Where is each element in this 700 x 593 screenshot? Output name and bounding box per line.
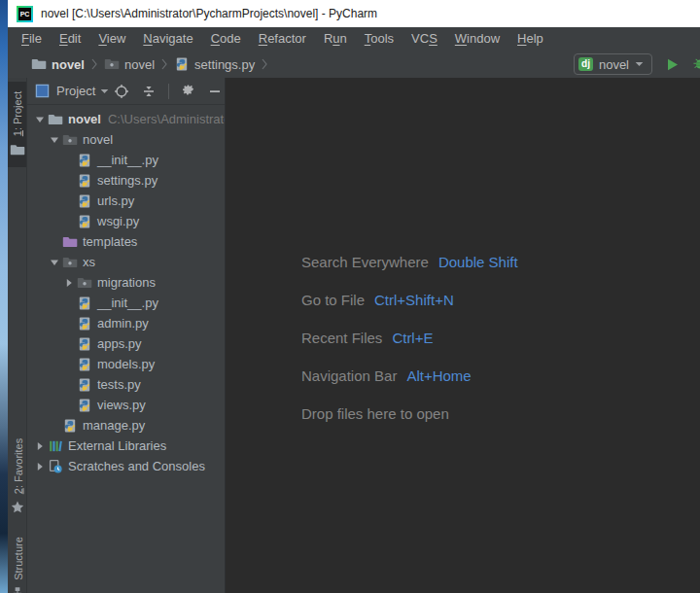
folder-icon — [31, 56, 47, 72]
tree-item-urls-py[interactable]: urls.py — [27, 191, 225, 211]
python-icon — [77, 296, 97, 311]
tree-item-views-py[interactable]: views.py — [27, 395, 225, 415]
tree-item-migrations[interactable]: migrations — [27, 272, 225, 293]
menu-file[interactable]: File — [13, 27, 51, 51]
package-folder-icon — [104, 56, 120, 72]
chevron-down-icon[interactable] — [100, 88, 109, 94]
scratches-icon — [48, 459, 68, 474]
tree-item-novel[interactable]: novelC:\Users\Administrato — [27, 109, 225, 129]
python-icon — [77, 193, 97, 209]
project-panel-title: Project — [56, 84, 95, 98]
navigation-bar: novelnovelsettings.py dj novel — [8, 51, 700, 78]
toolbutton-2-favorites[interactable]: 2: Favorites — [8, 430, 27, 522]
tree-item-models-py[interactable]: models.py — [27, 354, 225, 374]
tree-item-xs[interactable]: xs — [27, 252, 225, 272]
locate-icon[interactable] — [114, 84, 129, 99]
menu-edit[interactable]: Edit — [51, 27, 89, 51]
desktop-wallpaper-edge — [0, 0, 8, 593]
package-icon — [77, 275, 97, 291]
tree-down-arrow-icon[interactable] — [47, 135, 62, 145]
hide-icon[interactable] — [208, 85, 222, 98]
pycharm-window: PC novel [C:\Users\Administrator\Pycharm… — [0, 0, 700, 593]
python-icon — [77, 377, 97, 393]
python-icon — [77, 336, 97, 352]
run-configuration-select[interactable]: dj novel — [574, 53, 652, 75]
menu-view[interactable]: View — [89, 27, 134, 51]
window-title: novel [C:\Users\Administrator\PycharmPro… — [41, 7, 377, 20]
tree-item-external-libraries[interactable]: External Libraries — [27, 436, 225, 456]
folder-gray-icon — [10, 142, 25, 157]
tree-right-arrow-icon[interactable] — [61, 278, 77, 288]
python-icon — [77, 357, 97, 372]
menu-refactor[interactable]: Refactor — [250, 27, 315, 51]
tree-item-apps-py[interactable]: apps.py — [27, 333, 225, 354]
tree-right-arrow-icon[interactable] — [32, 441, 48, 451]
shortcut-hints: Search EverywhereDouble ShiftGo to FileC… — [301, 251, 518, 440]
breadcrumb-separator-icon — [262, 58, 267, 70]
menu-run[interactable]: Run — [315, 27, 356, 51]
menu-window[interactable]: Window — [446, 27, 508, 51]
project-path: C:\Users\Administrato — [108, 112, 225, 126]
tree-down-arrow-icon[interactable] — [47, 258, 62, 267]
toolbutton-structure[interactable]: Structure — [8, 525, 27, 593]
menu-bar: FileEditViewNavigateCodeRefactorRunTools… — [8, 27, 700, 51]
chevron-down-icon — [635, 61, 644, 67]
python-icon — [77, 153, 97, 168]
python-icon — [77, 214, 97, 229]
tree-item-settings-py[interactable]: settings.py — [27, 170, 225, 191]
pycharm-logo-icon: PC — [17, 6, 33, 22]
project-view-icon — [35, 84, 50, 98]
settings-gear-icon[interactable] — [181, 84, 196, 99]
collapse-all-icon[interactable] — [141, 84, 157, 99]
shortcut-keys: Ctrl+E — [392, 327, 433, 349]
project-panel-toolbar — [114, 84, 222, 99]
python-icon — [77, 398, 97, 413]
shortcut-hint: Navigation BarAlt+Home — [301, 365, 518, 387]
menu-code[interactable]: Code — [202, 27, 250, 51]
tree-right-arrow-icon[interactable] — [32, 462, 48, 471]
tree-item-admin-py[interactable]: admin.py — [27, 313, 225, 333]
toolbar-divider — [168, 84, 169, 99]
breadcrumb-settings-py[interactable]: settings.py — [174, 56, 255, 72]
menu-vcs[interactable]: VCS — [402, 27, 446, 51]
run-button[interactable] — [665, 57, 680, 72]
menu-help[interactable]: Help — [508, 27, 552, 51]
django-badge-icon: dj — [578, 57, 593, 71]
package-icon — [62, 255, 83, 270]
tree-item-wsgi-py[interactable]: wsgi.py — [27, 211, 225, 231]
menu-navigate[interactable]: Navigate — [134, 27, 201, 51]
application-window: PC novel [C:\Users\Administrator\Pycharm… — [8, 0, 700, 593]
shortcut-hint: Go to FileCtrl+Shift+N — [301, 289, 518, 311]
shortcut-hint: Drop files here to open — [301, 402, 518, 425]
menu-tools[interactable]: Tools — [356, 27, 402, 51]
breadcrumb: novelnovelsettings.py — [31, 56, 574, 72]
python-file-icon — [174, 56, 190, 72]
tree-item-novel[interactable]: novel — [27, 129, 225, 150]
tree-item-manage-py[interactable]: manage.py — [27, 415, 225, 436]
editor-area: Search EverywhereDouble ShiftGo to FileC… — [226, 78, 700, 593]
breadcrumb-novel[interactable]: novel — [31, 56, 85, 72]
structure-icon — [11, 586, 25, 593]
tree-item-__init__-py[interactable]: __init__.py — [27, 150, 225, 170]
shortcut-keys: Ctrl+Shift+N — [374, 289, 454, 311]
python-icon — [77, 316, 97, 331]
tree-item-__init__-py[interactable]: __init__.py — [27, 293, 225, 313]
python-icon — [77, 173, 97, 189]
run-controls: dj novel — [574, 53, 700, 75]
star-icon — [11, 500, 25, 514]
project-panel-header: Project — [27, 78, 225, 105]
tree-item-scratches-and-consoles[interactable]: Scratches and Consoles — [27, 456, 225, 476]
tree-down-arrow-icon[interactable] — [32, 115, 48, 124]
tree-item-tests-py[interactable]: tests.py — [27, 374, 225, 395]
python-icon — [62, 418, 83, 434]
project-tree: novelC:\Users\Administratonovel__init__.… — [27, 105, 225, 593]
shortcut-hint: Recent FilesCtrl+E — [301, 327, 518, 349]
toolbutton-1-project[interactable]: 1: Project — [8, 82, 27, 167]
tool-window-bar: 1: Project2: FavoritesStructure — [8, 78, 27, 593]
breadcrumb-novel[interactable]: novel — [104, 56, 155, 72]
main-area: 1: Project2: FavoritesStructure Project … — [8, 78, 700, 593]
breadcrumb-separator-icon — [91, 58, 97, 70]
tree-item-templates[interactable]: templates — [27, 231, 225, 252]
debug-button[interactable] — [692, 55, 700, 73]
shortcut-keys: Double Shift — [438, 251, 518, 273]
